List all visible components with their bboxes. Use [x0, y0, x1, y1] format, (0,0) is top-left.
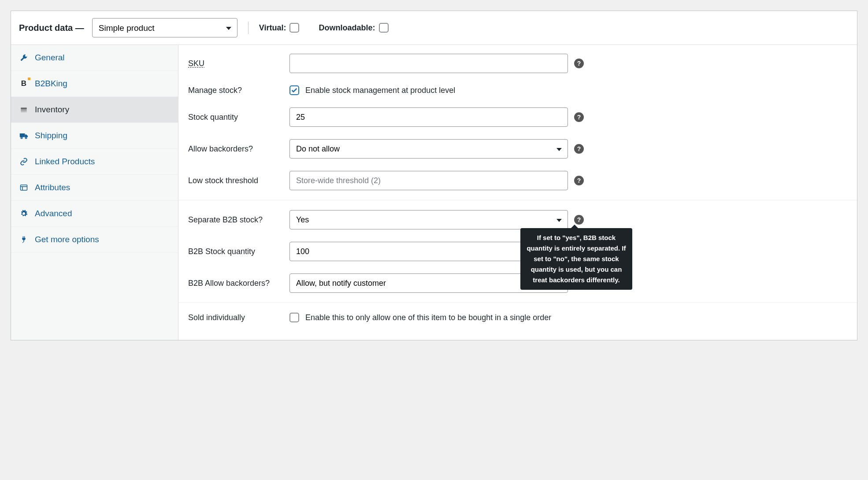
- tab-label: General: [35, 53, 65, 63]
- tab-label: Linked Products: [35, 157, 95, 166]
- svg-rect-0: [21, 108, 27, 109]
- panel-title: Product data —: [19, 23, 84, 33]
- tab-advanced[interactable]: Advanced: [11, 201, 178, 227]
- plug-icon: [19, 236, 29, 244]
- virtual-label: Virtual:: [259, 23, 286, 33]
- sku-input[interactable]: [289, 54, 568, 73]
- tab-label: Shipping: [35, 131, 67, 140]
- tab-label: Inventory: [35, 105, 69, 114]
- tab-shipping[interactable]: Shipping: [11, 123, 178, 149]
- row-b2b-stock: B2B Stock quantity: [178, 236, 857, 267]
- inventory-icon: [19, 106, 29, 114]
- sku-label: SKU: [188, 59, 285, 68]
- check-icon: [291, 87, 298, 94]
- downloadable-label: Downloadable:: [319, 23, 375, 33]
- tab-label: Advanced: [35, 209, 72, 218]
- help-icon[interactable]: ?: [574, 59, 584, 68]
- panel-body: General B B2BKing Inventory Shipping: [11, 45, 857, 340]
- sold-individually-checkbox[interactable]: [289, 313, 299, 322]
- row-sku: SKU ?: [178, 48, 857, 79]
- list-icon: [19, 184, 29, 192]
- header-divider: [248, 22, 249, 34]
- truck-icon: [19, 132, 29, 140]
- allow-backorders-label: Allow backorders?: [188, 144, 285, 154]
- tab-b2bking[interactable]: B B2BKing: [11, 71, 178, 97]
- manage-stock-checkbox[interactable]: [289, 85, 299, 95]
- help-icon[interactable]: ?: [574, 112, 584, 122]
- downloadable-label-wrap: Downloadable:: [319, 23, 388, 33]
- sold-individually-desc: Enable this to only allow one of this it…: [305, 313, 551, 322]
- separate-b2b-label: Separate B2B stock?: [188, 215, 285, 225]
- b2b-icon: B: [19, 79, 29, 88]
- sold-individually-label: Sold individually: [188, 313, 285, 322]
- backorders-select-wrap: Do not allow: [289, 139, 568, 159]
- tab-label: Attributes: [35, 183, 70, 192]
- section-divider: [178, 200, 857, 200]
- tab-inventory[interactable]: Inventory: [11, 97, 178, 123]
- svg-point-5: [25, 137, 26, 138]
- tab-get-more-options[interactable]: Get more options: [11, 227, 178, 253]
- row-manage-stock: Manage stock? Enable stock management at…: [178, 79, 857, 101]
- separate-b2b-select-wrap: Yes: [289, 210, 568, 229]
- tab-linked-products[interactable]: Linked Products: [11, 149, 178, 175]
- b2b-backorders-label: B2B Allow backorders?: [188, 279, 285, 288]
- separate-b2b-select[interactable]: Yes: [289, 210, 568, 229]
- row-b2b-backorders: B2B Allow backorders?: [178, 267, 857, 299]
- gear-icon: [19, 210, 29, 218]
- svg-point-4: [21, 137, 22, 138]
- link-icon: [19, 158, 29, 166]
- row-allow-backorders: Allow backorders? Do not allow ?: [178, 133, 857, 165]
- svg-rect-2: [21, 111, 27, 112]
- b2b-stock-label: B2B Stock quantity: [188, 247, 285, 256]
- stock-quantity-input[interactable]: [289, 107, 568, 127]
- wrench-icon: [19, 54, 29, 62]
- help-icon[interactable]: ?: [574, 144, 584, 154]
- product-type-wrap: Simple product: [92, 18, 237, 37]
- downloadable-checkbox[interactable]: [379, 23, 389, 33]
- tabs: General B B2BKing Inventory Shipping: [11, 45, 178, 340]
- low-stock-label: Low stock threshold: [188, 176, 285, 185]
- row-stock-quantity: Stock quantity ?: [178, 101, 857, 133]
- row-sold-individually: Sold individually Enable this to only al…: [178, 306, 857, 329]
- section-divider: [178, 303, 857, 303]
- inventory-content: SKU ? Manage stock? Enable stock managem…: [178, 45, 857, 340]
- low-stock-input[interactable]: [289, 171, 568, 190]
- tab-attributes[interactable]: Attributes: [11, 175, 178, 201]
- manage-stock-desc: Enable stock management at product level: [305, 86, 455, 95]
- virtual-label-wrap: Virtual:: [259, 23, 300, 33]
- tab-label: B2BKing: [35, 79, 67, 89]
- panel-header: Product data — Simple product Virtual: D…: [11, 11, 857, 45]
- tooltip: If set to "yes", B2B stock quantity is e…: [520, 228, 632, 290]
- row-separate-b2b: Separate B2B stock? Yes ? If set to "yes…: [178, 204, 857, 236]
- svg-rect-1: [21, 109, 27, 111]
- svg-rect-3: [20, 133, 25, 137]
- allow-backorders-select[interactable]: Do not allow: [289, 139, 568, 159]
- stock-quantity-label: Stock quantity: [188, 113, 285, 122]
- product-type-select[interactable]: Simple product: [92, 18, 237, 37]
- virtual-checkbox[interactable]: [289, 23, 299, 33]
- help-icon[interactable]: ?: [574, 176, 584, 185]
- manage-stock-label: Manage stock?: [188, 86, 285, 95]
- svg-rect-6: [21, 185, 27, 190]
- row-low-stock: Low stock threshold ?: [178, 165, 857, 196]
- tab-general[interactable]: General: [11, 45, 178, 71]
- product-data-panel: Product data — Simple product Virtual: D…: [11, 11, 857, 340]
- tab-label: Get more options: [35, 235, 99, 244]
- help-icon[interactable]: ? If set to "yes", B2B stock quantity is…: [574, 215, 584, 225]
